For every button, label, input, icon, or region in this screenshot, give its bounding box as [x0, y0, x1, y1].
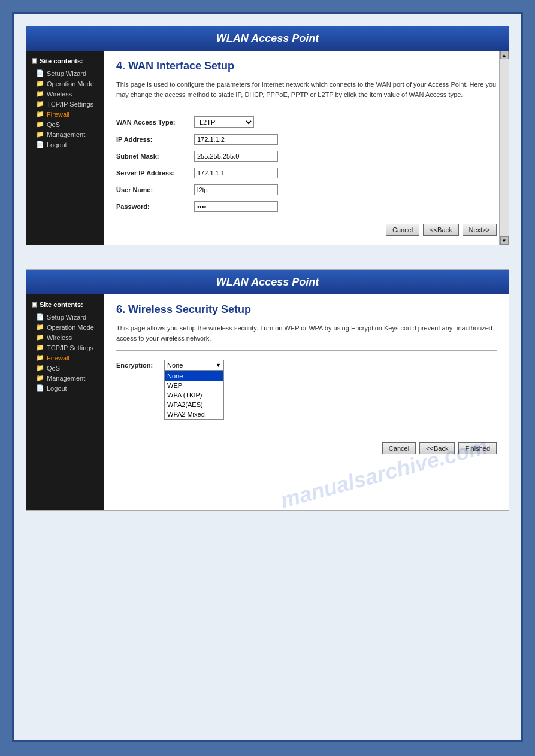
- folder-icon: 📁: [36, 364, 44, 372]
- password-row: Password:: [116, 201, 497, 212]
- page-icon: 📄: [36, 69, 44, 77]
- panel1-divider: [116, 107, 497, 107]
- panel2-back-button[interactable]: <<Back: [419, 442, 455, 454]
- server-ip-row: Server IP Address:: [116, 168, 497, 178]
- password-label: Password:: [116, 203, 194, 210]
- sidebar2-item-logout[interactable]: 📄 Logout: [31, 383, 99, 393]
- dropdown-option-none[interactable]: None: [165, 371, 223, 381]
- panel1-page-title: 4. WAN Interface Setup: [116, 60, 497, 72]
- sidebar1-item-logout[interactable]: 📄 Logout: [31, 139, 99, 150]
- subnet-mask-row: Subnet Mask:: [116, 151, 497, 162]
- dropdown-arrow-icon: ▼: [216, 362, 221, 368]
- panel1-body: ▣ Site contents: 📄 Setup Wizard 📁 Operat…: [26, 51, 509, 245]
- back-button[interactable]: <<Back: [423, 224, 458, 236]
- sidebar2-item-wireless[interactable]: 📁 Wireless: [31, 332, 99, 342]
- panel2-sidebar: ▣ Site contents: 📄 Setup Wizard 📁 Operat…: [26, 294, 104, 510]
- panel1-scrollbar[interactable]: ▲ ▼: [499, 51, 509, 245]
- folder-icon: 📁: [36, 333, 44, 341]
- folder-icon: 📁: [36, 90, 44, 98]
- folder-icon: 📁: [36, 344, 44, 351]
- folder-icon: 📁: [36, 80, 44, 87]
- monitor-icon: ▣: [31, 57, 37, 65]
- scroll-down-button[interactable]: ▼: [500, 236, 509, 245]
- sidebar2-item-qos[interactable]: 📁 QoS: [31, 363, 99, 373]
- page-icon: 📄: [36, 313, 44, 321]
- panel1-sidebar: ▣ Site contents: 📄 Setup Wizard 📁 Operat…: [26, 51, 104, 245]
- sidebar1-item-management[interactable]: 📁 Management: [31, 129, 99, 139]
- folder-icon: 📁: [36, 130, 44, 138]
- encryption-row: Encryption: None ▼ None WEP WPA (TKIP) W…: [116, 360, 497, 371]
- sidebar1-item-qos[interactable]: 📁 QoS: [31, 119, 99, 129]
- ip-address-label: IP Address:: [116, 136, 194, 143]
- cancel-button[interactable]: Cancel: [386, 224, 419, 236]
- panel2-header-text: WLAN Access Point: [216, 276, 319, 288]
- sidebar2-item-tcpip[interactable]: 📁 TCP/IP Settings: [31, 342, 99, 353]
- dropdown-option-wep[interactable]: WEP: [165, 381, 223, 390]
- dropdown-option-wpa2-mixed[interactable]: WPA2 Mixed: [165, 409, 223, 419]
- password-input[interactable]: [194, 201, 278, 212]
- sidebar1-item-operation-mode[interactable]: 📁 Operation Mode: [31, 78, 99, 89]
- panel-wireless-security: WLAN Access Point ▣ Site contents: 📄 Set…: [26, 269, 509, 511]
- panel2-cancel-button[interactable]: Cancel: [382, 442, 416, 454]
- user-name-row: User Name:: [116, 184, 497, 195]
- panel-wan-setup: WLAN Access Point ▣ Site contents: 📄 Set…: [26, 26, 509, 245]
- dropdown-option-wpa-tkip[interactable]: WPA (TKIP): [165, 390, 223, 400]
- sidebar2-item-firewall[interactable]: 📁 Firewall: [31, 353, 99, 363]
- panel1-description: This page is used to configure the param…: [116, 80, 497, 99]
- next-button[interactable]: Next>>: [463, 224, 497, 236]
- sidebar2-item-management[interactable]: 📁 Management: [31, 373, 99, 383]
- encryption-dropdown-container: None ▼ None WEP WPA (TKIP) WPA2(AES) WPA…: [164, 360, 224, 371]
- page-icon: 📄: [36, 141, 44, 148]
- panel2-header: WLAN Access Point: [26, 270, 509, 294]
- sidebar1-title: ▣ Site contents:: [31, 57, 99, 65]
- monitor-icon2: ▣: [31, 300, 37, 308]
- panel2-button-row: Cancel <<Back Finished: [116, 442, 497, 454]
- sidebar1-item-firewall[interactable]: 📁 Firewall: [31, 109, 99, 119]
- folder-icon-active: 📁: [36, 110, 44, 118]
- panel2-body: ▣ Site contents: 📄 Setup Wizard 📁 Operat…: [26, 294, 509, 510]
- finished-button[interactable]: Finished: [458, 442, 497, 454]
- scroll-up-button[interactable]: ▲: [500, 51, 509, 59]
- sidebar2-title: ▣ Site contents:: [31, 300, 99, 308]
- ip-address-input[interactable]: [194, 134, 278, 145]
- user-name-input[interactable]: [194, 184, 278, 195]
- subnet-mask-input[interactable]: [194, 151, 278, 162]
- wan-access-type-row: WAN Access Type: L2TP Static IP DHCP PPP…: [116, 116, 497, 128]
- dropdown-option-wpa2-aes[interactable]: WPA2(AES): [165, 400, 223, 409]
- user-name-label: User Name:: [116, 186, 194, 193]
- folder-icon: 📁: [36, 374, 44, 382]
- wan-access-type-select[interactable]: L2TP Static IP DHCP PPPoE PPTP: [194, 116, 254, 128]
- panel2-page-title: 6. Wireless Security Setup: [116, 303, 497, 316]
- panel1-header: WLAN Access Point: [26, 26, 509, 51]
- sidebar2-item-setup-wizard[interactable]: 📄 Setup Wizard: [31, 312, 99, 322]
- panel1-main-content: 4. WAN Interface Setup This page is used…: [104, 51, 509, 245]
- subnet-mask-label: Subnet Mask:: [116, 153, 194, 160]
- page-icon2: 📄: [36, 384, 44, 392]
- wan-access-type-label: WAN Access Type:: [116, 119, 194, 126]
- panel1-button-row: Cancel <<Back Next>>: [116, 224, 497, 236]
- outer-border: WLAN Access Point ▣ Site contents: 📄 Set…: [12, 12, 523, 742]
- encryption-select-display[interactable]: None ▼: [164, 360, 224, 371]
- folder-icon: 📁: [36, 323, 44, 331]
- panel2-divider: [116, 350, 497, 351]
- folder-icon-active2: 📁: [36, 354, 44, 362]
- server-ip-label: Server IP Address:: [116, 169, 194, 177]
- panel2-main-content: 6. Wireless Security Setup This page all…: [104, 294, 509, 510]
- ip-address-row: IP Address:: [116, 134, 497, 145]
- folder-icon: 📁: [36, 120, 44, 128]
- panel1-header-text: WLAN Access Point: [216, 32, 319, 44]
- sidebar1-item-setup-wizard[interactable]: 📄 Setup Wizard: [31, 68, 99, 78]
- panel2-description: This page allows you setup the wireless …: [116, 323, 497, 343]
- server-ip-input[interactable]: [194, 168, 278, 178]
- folder-icon: 📁: [36, 100, 44, 108]
- encryption-label: Encryption:: [116, 360, 164, 369]
- sidebar2-item-operation-mode[interactable]: 📁 Operation Mode: [31, 322, 99, 332]
- sidebar1-item-tcpip[interactable]: 📁 TCP/IP Settings: [31, 99, 99, 109]
- encryption-dropdown-list: None WEP WPA (TKIP) WPA2(AES) WPA2 Mixed: [164, 371, 224, 420]
- encryption-selected-value: None: [167, 362, 216, 369]
- sidebar1-item-wireless[interactable]: 📁 Wireless: [31, 89, 99, 99]
